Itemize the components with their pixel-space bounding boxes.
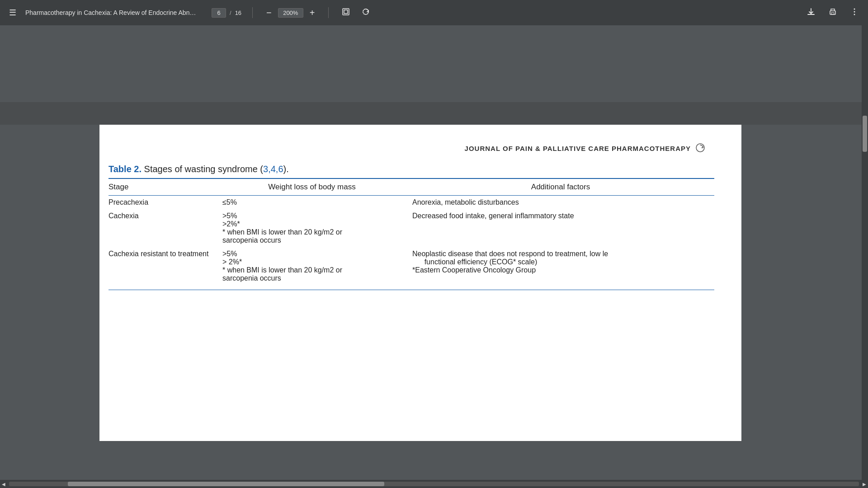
right-scroll-thumb[interactable] <box>863 116 867 152</box>
fit-page-button[interactable] <box>340 5 352 20</box>
cell-factors-3: Neoplastic disease that does not respond… <box>407 247 714 288</box>
zoom-in-button[interactable]: + <box>307 7 318 19</box>
horizontal-scroll-track[interactable] <box>9 482 859 486</box>
main-content: JOURNAL OF PAIN & PALLIATIVE CARE PHARMA… <box>0 25 868 488</box>
table-label: Table 2. <box>108 164 142 174</box>
col-weight-loss: Weight loss of body mass <box>217 178 407 196</box>
zoom-out-button[interactable]: − <box>264 7 274 19</box>
svg-point-5 <box>854 11 855 12</box>
dark-band <box>0 102 868 125</box>
page-info: / 16 <box>212 8 241 18</box>
scroll-right-button[interactable]: ▶ <box>861 480 868 488</box>
top-space <box>0 25 868 102</box>
svg-rect-1 <box>344 10 348 14</box>
table-title-text: Stages of wasting syndrome ( <box>144 164 263 174</box>
journal-header: JOURNAL OF PAIN & PALLIATIVE CARE PHARMA… <box>108 143 714 160</box>
horizontal-scroll-thumb[interactable] <box>68 482 384 486</box>
divider-1 <box>252 7 253 18</box>
divider-2 <box>328 7 329 18</box>
bottom-partial-text <box>108 299 714 308</box>
cell-weight-3: >5% > 2%* * when BMI is lower than 20 kg… <box>217 247 407 288</box>
download-button[interactable] <box>805 5 817 20</box>
table-header-row: Stage Weight loss of body mass Additiona… <box>108 178 714 196</box>
zoom-controls: − + <box>264 7 317 19</box>
zoom-input[interactable] <box>278 8 303 18</box>
svg-point-4 <box>854 8 855 9</box>
table-row: Cachexia >5% >2%* * when BMI is lower th… <box>108 209 714 247</box>
table-title: Table 2. Stages of wasting syndrome (3,4… <box>108 164 714 174</box>
bottom-scrollbar[interactable]: ◀ ▶ <box>0 480 868 488</box>
more-options-button[interactable] <box>848 5 861 20</box>
scroll-left-button[interactable]: ◀ <box>0 480 7 488</box>
col-additional-factors: Additional factors <box>407 178 714 196</box>
cell-weight-2: >5% >2%* * when BMI is lower than 20 kg/… <box>217 209 407 247</box>
table-row: Cachexia resistant to treatment >5% > 2%… <box>108 247 714 288</box>
table-section: Table 2. Stages of wasting syndrome (3,4… <box>108 164 714 290</box>
journal-header-icon <box>695 143 705 154</box>
document-title: Pharmacotherapy in Cachexia: A Review of… <box>25 9 197 16</box>
table-row: Precachexia ≤5% Anorexia, metabolic dist… <box>108 196 714 210</box>
document-page: JOURNAL OF PAIN & PALLIATIVE CARE PHARMA… <box>99 125 741 441</box>
print-button[interactable] <box>826 5 839 20</box>
cell-factors-1: Anorexia, metabolic disturbances <box>407 196 714 210</box>
page-separator: / <box>230 9 231 16</box>
rotate-button[interactable] <box>359 5 372 20</box>
col-stage: Stage <box>108 178 217 196</box>
toolbar-right <box>805 5 861 20</box>
cell-stage-1: Precachexia <box>108 196 217 210</box>
cell-stage-3: Cachexia resistant to treatment <box>108 247 217 288</box>
partial-text-content <box>108 299 175 306</box>
journal-title: JOURNAL OF PAIN & PALLIATIVE CARE PHARMA… <box>465 145 691 152</box>
right-scrollbar[interactable] <box>862 25 868 488</box>
document-area: JOURNAL OF PAIN & PALLIATIVE CARE PHARMA… <box>0 125 868 441</box>
cell-factors-2: Decreased food intake, general inflammat… <box>407 209 714 247</box>
table-references[interactable]: 3,4,6 <box>263 164 283 174</box>
cell-weight-1: ≤5% <box>217 196 407 210</box>
main-table: Stage Weight loss of body mass Additiona… <box>108 178 714 288</box>
svg-rect-0 <box>343 9 349 15</box>
total-pages: 16 <box>235 9 241 16</box>
page-number-input[interactable] <box>212 8 226 18</box>
menu-icon[interactable]: ☰ <box>7 6 18 19</box>
toolbar: ☰ Pharmacotherapy in Cachexia: A Review … <box>0 0 868 25</box>
cell-stage-2: Cachexia <box>108 209 217 247</box>
table-title-end: ). <box>283 164 289 174</box>
table-bottom-line <box>108 290 714 290</box>
svg-point-6 <box>854 14 855 15</box>
